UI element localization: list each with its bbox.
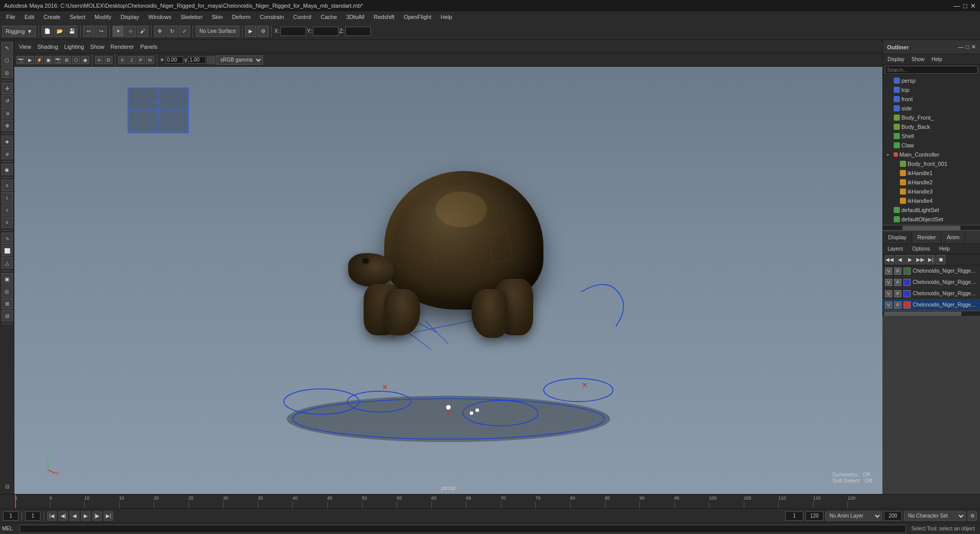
layer-p-1[interactable]: P — [894, 268, 901, 275]
menu-constrain[interactable]: Constrain — [256, 13, 288, 21]
vp-panels-menu[interactable]: Panels — [138, 43, 160, 50]
x-coord-input[interactable] — [280, 27, 306, 36]
tree-item-shell[interactable]: Shell — [883, 131, 980, 141]
menu-3dto-all[interactable]: 3DtoAll — [342, 13, 368, 21]
magnet-btn[interactable]: No Live Surface — [196, 26, 239, 37]
menu-skeleton[interactable]: Skeleton — [176, 13, 206, 21]
maximize-btn[interactable]: □ — [963, 2, 967, 10]
char-set-select[interactable]: No Character Set — [904, 511, 966, 521]
show-manips-btn[interactable]: ◉ — [2, 164, 13, 175]
select-mode-btn[interactable]: ↖ — [2, 42, 13, 53]
paint-sel-btn[interactable]: 🖌 — [137, 26, 148, 37]
pb-extra-btn[interactable]: ⚙ — [968, 511, 977, 521]
rotate-mode-btn[interactable]: ↺ — [2, 95, 13, 106]
layers-fwd-btn[interactable]: ▶▶ — [916, 255, 925, 264]
pb-play-back-btn[interactable]: ◀ — [70, 511, 79, 521]
menu-select[interactable]: Select — [66, 13, 90, 21]
vp-grid-btn[interactable]: ⊞ — [63, 56, 71, 64]
layers-back-btn[interactable]: ◀ — [895, 255, 904, 264]
new-file-btn[interactable]: 📄 — [42, 26, 53, 37]
tree-item-ikhandle4[interactable]: ikHandle4 — [883, 196, 980, 205]
menu-create[interactable]: Create — [40, 13, 65, 21]
layers-stop-btn[interactable]: ⏹ — [936, 255, 946, 264]
soft-mod-btn[interactable]: ◈ — [2, 136, 13, 147]
tree-item-ikhandle3[interactable]: ikHandle3 — [883, 187, 980, 196]
layers-scroll-thumb[interactable] — [884, 312, 962, 316]
move-mode-btn[interactable]: ✛ — [2, 83, 13, 94]
redo-btn[interactable]: ↪ — [96, 26, 107, 37]
move-tool-btn[interactable]: ✜ — [154, 26, 165, 37]
pb-step-fwd-btn[interactable]: |▶ — [92, 511, 102, 521]
vp-xray-btn[interactable]: X — [118, 56, 126, 64]
layers-end-btn[interactable]: ▶| — [926, 255, 935, 264]
outliner-show-menu[interactable]: Show — [909, 56, 927, 63]
vp-joint-btn[interactable]: J — [127, 56, 136, 64]
paint-btn[interactable]: ◎ — [2, 67, 13, 78]
zoom-btn[interactable]: ⊞ — [2, 298, 13, 309]
vp-ipr-btn[interactable]: ⚡ — [35, 56, 43, 64]
tree-item-front[interactable]: front — [883, 94, 980, 104]
outliner-maximize-btn[interactable]: □ — [966, 44, 969, 50]
menu-skin[interactable]: Skin — [208, 13, 227, 21]
layers-menu-btn[interactable]: Layers — [885, 245, 906, 252]
options-menu-btn[interactable]: Options — [910, 245, 932, 252]
menu-cache[interactable]: Cache — [316, 13, 341, 21]
surface-snap-btn[interactable]: ⬜ — [2, 245, 13, 256]
curve-snap-btn[interactable]: ∿ — [2, 233, 13, 244]
menu-display[interactable]: Display — [117, 13, 143, 21]
track-btn[interactable]: ◎ — [2, 285, 13, 297]
vp-region-btn[interactable]: ▣ — [44, 56, 52, 64]
range-start-input[interactable] — [785, 511, 803, 521]
close-btn[interactable]: ✕ — [970, 2, 976, 10]
layer-v-3[interactable]: V — [885, 290, 892, 297]
color-space-toggle[interactable]: ⬛ — [207, 56, 215, 64]
pb-step-back-btn[interactable]: ◀| — [59, 511, 68, 521]
scale-mode-btn[interactable]: ⇲ — [2, 107, 13, 119]
component-0-btn[interactable]: 0 — [2, 180, 13, 191]
outliner-scrollbar[interactable] — [883, 225, 980, 230]
save-file-btn[interactable]: 💾 — [66, 26, 78, 37]
layer-v-2[interactable]: V — [885, 279, 892, 286]
gamma-input[interactable] — [188, 56, 206, 64]
tree-item-side[interactable]: side — [883, 104, 980, 113]
render-settings-btn[interactable]: ⚙ — [257, 26, 269, 37]
outliner-search-input[interactable] — [885, 66, 978, 74]
vp-depth-btn[interactable]: D — [104, 56, 112, 64]
vp-shading-menu[interactable]: Shading — [35, 43, 61, 50]
tree-item-default-light-set[interactable]: defaultLightSet — [883, 205, 980, 215]
outliner-display-menu[interactable]: Display — [885, 56, 907, 63]
component-3-btn[interactable]: 3 — [2, 217, 13, 228]
vp-cam-btn[interactable]: 📷 — [16, 56, 25, 64]
vp-nurbs-btn[interactable]: N — [146, 56, 154, 64]
menu-edit[interactable]: Edit — [21, 13, 39, 21]
menu-control[interactable]: Control — [289, 13, 315, 21]
mel-input[interactable] — [20, 525, 906, 533]
vp-smooth-btn[interactable]: ◉ — [81, 56, 89, 64]
timeline-end-input[interactable] — [805, 511, 823, 521]
pb-go-start-btn[interactable]: |◀ — [47, 511, 56, 521]
pb-go-end-btn[interactable]: ▶| — [104, 511, 113, 521]
pb-play-fwd-btn[interactable]: ▶ — [81, 511, 90, 521]
outliner-help-menu[interactable]: Help — [929, 56, 945, 63]
tree-item-main-ctrl[interactable]: ▸ Main_Controller — [883, 150, 980, 159]
exposure-input[interactable] — [165, 56, 183, 64]
layer-p-3[interactable]: P — [894, 290, 901, 297]
anim-layer-select[interactable]: No Anim Layer — [825, 511, 882, 521]
y-coord-input[interactable] — [313, 27, 338, 36]
outliner-scroll-thumb[interactable] — [902, 226, 960, 230]
menu-redshift[interactable]: Redshift — [370, 13, 399, 21]
vp-wireframe-btn[interactable]: ⬡ — [72, 56, 80, 64]
menu-deform[interactable]: Deform — [228, 13, 255, 21]
tab-render[interactable]: Render — [912, 232, 941, 242]
minimize-btn[interactable]: — — [953, 2, 960, 10]
menu-modify[interactable]: Modify — [90, 13, 115, 21]
extra-btn[interactable]: ⊡ — [2, 481, 13, 492]
tree-item-top[interactable]: top — [883, 85, 980, 94]
layer-row-3[interactable]: V P Chelonoidis_Niger_Rigged_f — [883, 288, 980, 299]
render-region-btn[interactable]: ▣ — [2, 273, 13, 284]
vp-snapshot-btn[interactable]: 📸 — [53, 56, 62, 64]
vp-polygon-btn[interactable]: P — [137, 56, 145, 64]
frame-input-2[interactable] — [25, 511, 41, 521]
tree-item-ikhandle2[interactable]: ikHandle2 — [883, 178, 980, 187]
menu-openflight[interactable]: OpenFlight — [400, 13, 436, 21]
